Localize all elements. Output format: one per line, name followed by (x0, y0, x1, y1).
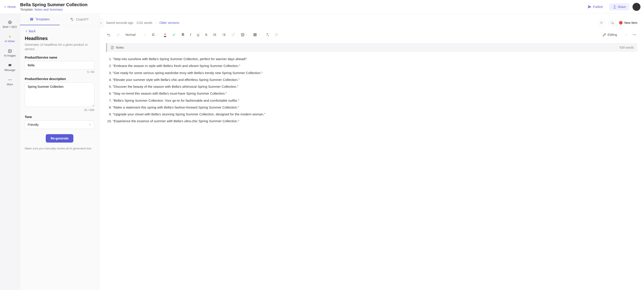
chevron-down-icon (245, 34, 248, 36)
disclaimer-text: Make sure you manually review all AI gen… (25, 146, 94, 150)
tone-select[interactable]: Friendly (25, 120, 94, 129)
redo-button[interactable] (115, 32, 121, 37)
publish-button[interactable]: Publish (584, 3, 606, 10)
chevron-left-icon (4, 5, 7, 8)
editing-mode-select[interactable]: Editing (603, 33, 628, 36)
tab-chatgpt[interactable]: ChatGPT (60, 14, 100, 25)
schedule-button[interactable] (608, 19, 616, 26)
svg-text:3: 3 (222, 35, 223, 36)
text-style-select[interactable]: Normal (125, 32, 147, 37)
bold-button[interactable]: B (181, 32, 185, 38)
nav-ai-images[interactable]: AI Images (0, 46, 20, 60)
list-item[interactable]: "Get ready for some serious spring wardr… (113, 70, 637, 75)
svg-point-22 (633, 34, 634, 35)
link-button[interactable] (231, 32, 236, 37)
bold-icon: B (182, 33, 184, 37)
nav-label: Message (4, 68, 15, 72)
new-item-status[interactable]: New Item (619, 21, 637, 24)
home-link[interactable]: Home (4, 5, 16, 8)
align-button[interactable] (151, 32, 159, 37)
strikethrough-button[interactable]: S (204, 32, 208, 37)
divider: | (155, 21, 156, 24)
headlines-list[interactable]: "Step into sunshine with Bella's Spring … (110, 56, 637, 126)
notes-section-header[interactable]: Notes 639 words (106, 43, 637, 52)
editor-area: Saved seconds ago 1131 words | Older ver… (100, 14, 644, 290)
chevron-down-icon (258, 34, 260, 36)
notes-word-count: 639 words (620, 46, 634, 49)
bullet-list-button[interactable] (212, 32, 218, 37)
table-insert-button[interactable] (252, 32, 261, 37)
back-label: Back (29, 30, 36, 33)
list-item[interactable]: "Discover the beauty of the season with … (113, 84, 637, 89)
tab-templates[interactable]: Templates (20, 14, 60, 25)
regenerate-button[interactable]: Re-generate (46, 134, 73, 142)
image-insert-button[interactable] (240, 32, 248, 37)
svg-rect-7 (30, 18, 31, 20)
list-item[interactable]: "Step into sunshine with Bella's Spring … (113, 56, 637, 62)
share-label: Share (618, 5, 626, 8)
product-name-input[interactable] (25, 61, 94, 70)
books-icon (30, 17, 34, 21)
product-description-input[interactable] (25, 82, 94, 107)
image-icon (241, 33, 244, 36)
list-bullet-icon (213, 33, 216, 36)
svg-point-15 (214, 35, 214, 36)
editing-label: Editing (608, 33, 617, 36)
nav-brief-seo[interactable]: Brief + SEO (0, 17, 20, 32)
nav-label: Brief + SEO (3, 26, 17, 28)
clear-format-button[interactable] (265, 32, 270, 37)
publish-label: Publish (593, 5, 603, 8)
new-item-label: New Item (624, 21, 637, 24)
share-button[interactable]: Share (609, 3, 630, 10)
clear-format-icon (266, 33, 269, 36)
numbered-list-button[interactable]: 123 (222, 32, 227, 37)
document-title[interactable]: Bella Spring Summer Collection (20, 2, 584, 7)
comment-button[interactable] (274, 32, 279, 37)
highlight-button[interactable] (171, 32, 177, 38)
italic-button[interactable]: I (189, 32, 192, 38)
calendar-clock-icon (610, 21, 614, 24)
editor-toolbar: Normal A B I U S 123 Editing (106, 32, 637, 38)
underline-button[interactable]: U (196, 32, 200, 37)
text-color-button[interactable]: A (163, 32, 167, 38)
template-name-link[interactable]: Notes and Summary (34, 8, 63, 11)
list-item[interactable]: "Experience the essence of summer with B… (113, 118, 637, 124)
list-item[interactable]: "Make a statement this spring with Bella… (113, 105, 637, 110)
add-collaborator-button[interactable] (598, 19, 605, 26)
svg-point-24 (636, 34, 636, 35)
avatar[interactable] (632, 3, 640, 11)
svg-point-14 (214, 34, 214, 35)
target-icon (8, 20, 12, 24)
highlighter-icon (172, 33, 176, 37)
list-item[interactable]: "Elevate your summer style with Bella's … (113, 77, 637, 82)
collapse-panel-button[interactable] (99, 18, 103, 28)
nav-message[interactable]: Message (0, 60, 20, 75)
svg-point-1 (9, 22, 10, 23)
nav-ai-writer[interactable]: AI Writer (0, 32, 20, 46)
tab-label: Templates (36, 18, 50, 21)
list-item[interactable]: "Bella's Spring Summer Collection: Your … (113, 98, 637, 103)
nav-more[interactable]: More (0, 75, 20, 89)
more-toolbar-button[interactable] (632, 32, 637, 38)
svg-point-6 (10, 80, 11, 80)
panel-subtitle: Generates 10 headlines for a given produ… (25, 43, 94, 51)
desc-field-label: Product/Service description (25, 77, 94, 81)
title-block: Bella Spring Summer Collection Template:… (20, 2, 584, 11)
template-prefix: Template: (20, 8, 34, 11)
notes-label: Notes (116, 46, 124, 49)
back-button[interactable]: Back (25, 30, 94, 33)
chat-icon (8, 64, 12, 68)
table-icon (253, 33, 257, 36)
list-item[interactable]: "Embrace the season in style with Bella'… (113, 63, 637, 68)
older-versions-link[interactable]: Older versions (159, 21, 179, 24)
text-color-icon: A (164, 32, 166, 37)
list-item[interactable]: "Upgrade your closet with Bella's stunni… (113, 112, 637, 117)
align-left-icon (152, 33, 155, 36)
chevron-down-icon (625, 34, 628, 36)
list-item[interactable]: "Stay on-trend this season with Bella's … (113, 91, 637, 96)
name-field-label: Product/Service name (25, 56, 94, 59)
undo-icon (107, 33, 110, 36)
list-number-icon: 123 (222, 33, 226, 36)
svg-point-10 (601, 22, 602, 23)
undo-button[interactable] (106, 32, 112, 37)
